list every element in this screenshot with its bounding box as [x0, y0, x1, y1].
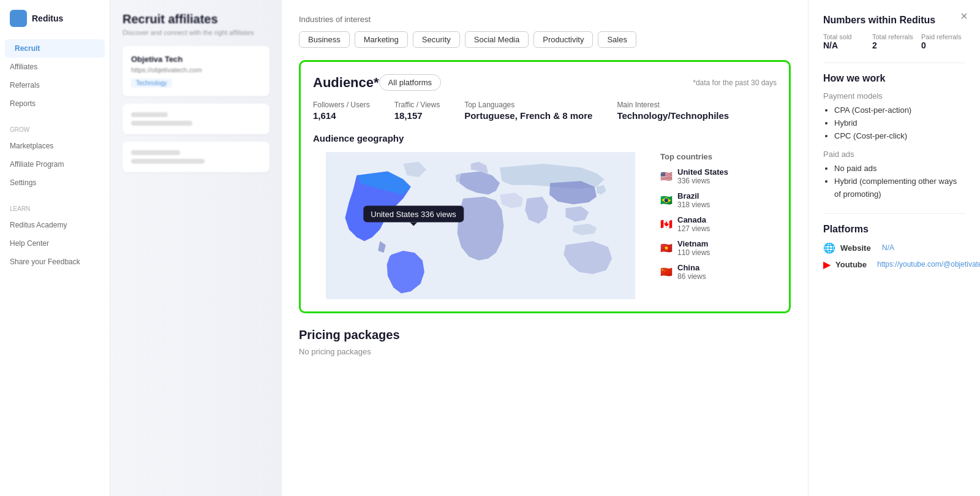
stat-languages: Top Languages Portuguese, French & 8 mor…: [464, 101, 592, 121]
countries-list: 🇺🇸 United States 336 views 🇧🇷 Brazil 318…: [660, 167, 777, 281]
all-platforms-button[interactable]: All platforms: [379, 74, 442, 91]
paid-ads-label: Paid ads: [823, 150, 965, 159]
numbers-title: Numbers within Reditus: [823, 15, 965, 26]
number-label: Total referrals: [872, 33, 916, 40]
nav-affiliates: Affiliates: [0, 58, 110, 76]
nav-help-center: Help Center: [0, 234, 110, 253]
number-item: Total referrals 2: [872, 33, 916, 50]
platforms-list: 🌐 Website N/A ▶ Youtube https://youtube.…: [823, 242, 965, 270]
nav-share-feedback: Share your Feedback: [0, 253, 110, 271]
industry-tag: Business: [299, 31, 350, 48]
logo-icon: [10, 10, 27, 27]
payment-models-list: CPA (Cost-per-action)HybridCPC (Cost-per…: [823, 104, 965, 142]
country-info: China 86 views: [677, 263, 706, 281]
audience-title: Audience*: [313, 75, 379, 91]
platform-url: N/A: [882, 243, 894, 252]
stat-interest-value: Technology/Technophiles: [617, 110, 729, 121]
country-info: United States 336 views: [677, 167, 728, 185]
country-views: 127 views: [677, 224, 710, 233]
country-views: 336 views: [677, 177, 728, 185]
paid-ads-item: Hybrid (complementing other ways of prom…: [834, 175, 965, 201]
industry-tag: Productivity: [533, 31, 593, 48]
country-flag: 🇨🇳: [660, 266, 673, 278]
payment-model-item: Hybrid: [834, 117, 965, 130]
nav-marketplaces: Marketplaces: [0, 137, 110, 155]
bg-page-title: Recruit affiliates: [123, 12, 270, 26]
stat-traffic-label: Traffic / Views: [394, 101, 440, 109]
audience-stats: Followers / Users 1,614 Traffic / Views …: [313, 101, 777, 121]
pricing-empty: No pricing packages: [299, 347, 791, 356]
bg-card-2: [123, 104, 270, 134]
platform-url: https://youtube.com/@objetivatech: [877, 260, 980, 269]
country-name: China: [677, 263, 706, 272]
industry-tag: Marketing: [355, 31, 408, 48]
top-countries-label: Top countries: [660, 152, 777, 161]
numbers-grid: Total sold N/A Total referrals 2 Paid re…: [823, 33, 965, 50]
geography-content: United States 336 views Top countries 🇺🇸…: [313, 152, 777, 299]
country-flag: 🇻🇳: [660, 242, 673, 254]
bg-card-3: [123, 142, 270, 172]
platform-name: Website: [840, 243, 877, 253]
nav-referrals: Referrals: [0, 76, 110, 94]
how-we-work: How we work Payment models CPA (Cost-per…: [823, 73, 965, 201]
geography-title: Audience geography: [313, 133, 777, 143]
modal: × Industries of interest BusinessMarketi…: [282, 0, 980, 496]
stat-followers-label: Followers / Users: [313, 101, 370, 109]
bg-page-subtitle: Discover and connect with the right affi…: [123, 29, 270, 36]
world-map: United States 336 views: [313, 152, 648, 299]
country-item: 🇨🇳 China 86 views: [660, 263, 777, 281]
country-info: Canada 127 views: [677, 215, 710, 233]
number-item: Paid referrals 0: [921, 33, 965, 50]
platforms-title: Platforms: [823, 224, 965, 235]
country-flag: 🇨🇦: [660, 218, 673, 230]
svg-point-1: [369, 210, 372, 213]
number-label: Total sold: [823, 33, 867, 40]
how-we-work-title: How we work: [823, 73, 965, 84]
data-note: *data for the past 30 days: [683, 78, 777, 87]
number-item: Total sold N/A: [823, 33, 867, 50]
country-views: 110 views: [677, 248, 710, 257]
stat-followers: Followers / Users 1,614: [313, 101, 370, 121]
country-item: 🇺🇸 United States 336 views: [660, 167, 777, 185]
country-name: Vietnam: [677, 239, 710, 248]
close-button[interactable]: ×: [956, 7, 973, 25]
paid-ads-list: No paid adsHybrid (complementing other w…: [823, 162, 965, 200]
country-views: 86 views: [677, 272, 706, 281]
modal-main-content: Industries of interest BusinessMarketing…: [282, 0, 809, 496]
number-value: 2: [872, 40, 916, 50]
stat-traffic-value: 18,157: [394, 110, 440, 121]
country-info: Vietnam 110 views: [677, 239, 710, 257]
payment-models-label: Payment models: [823, 91, 965, 101]
platforms-section: Platforms 🌐 Website N/A ▶ Youtube https:…: [823, 224, 965, 270]
country-flag: 🇺🇸: [660, 170, 673, 182]
audience-section: Audience* All platforms *data for the pa…: [299, 60, 791, 313]
nav-reditus-academy: Reditus Academy: [0, 216, 110, 234]
platform-item: ▶ Youtube https://youtube.com/@objetivat…: [823, 259, 965, 270]
industry-tags-container: BusinessMarketingSecuritySocial MediaPro…: [299, 31, 791, 48]
country-item: 🇨🇦 Canada 127 views: [660, 215, 777, 233]
number-value: N/A: [823, 40, 867, 50]
pricing-title: Pricing packages: [299, 328, 791, 342]
payment-model-item: CPA (Cost-per-action): [834, 104, 965, 117]
platform-name: Youtube: [835, 260, 872, 269]
country-info: Brazil 318 views: [677, 191, 710, 209]
stat-interest-label: Main Interest: [617, 101, 729, 109]
modal-sidebar: Numbers within Reditus Total sold N/A To…: [809, 0, 980, 496]
country-item: 🇻🇳 Vietnam 110 views: [660, 239, 777, 257]
industry-tag: Security: [413, 31, 460, 48]
bg-card-1: Objetiva Tech https://objetivatech.com T…: [123, 46, 270, 96]
nav-settings: Settings: [0, 174, 110, 192]
paid-ads-item: No paid ads: [834, 162, 965, 175]
nav-affiliate-program: Affiliate Program: [0, 155, 110, 174]
stat-languages-value: Portuguese, French & 8 more: [464, 110, 592, 121]
country-item: 🇧🇷 Brazil 318 views: [660, 191, 777, 209]
country-name: Canada: [677, 215, 710, 224]
stat-languages-label: Top Languages: [464, 101, 592, 109]
nav-reports: Reports: [0, 94, 110, 113]
stat-traffic: Traffic / Views 18,157: [394, 101, 440, 121]
nav-recruit: Recruit: [5, 39, 105, 58]
country-flag: 🇧🇷: [660, 194, 673, 206]
number-value: 0: [921, 40, 965, 50]
country-name: United States: [677, 167, 728, 177]
country-name: Brazil: [677, 191, 710, 200]
